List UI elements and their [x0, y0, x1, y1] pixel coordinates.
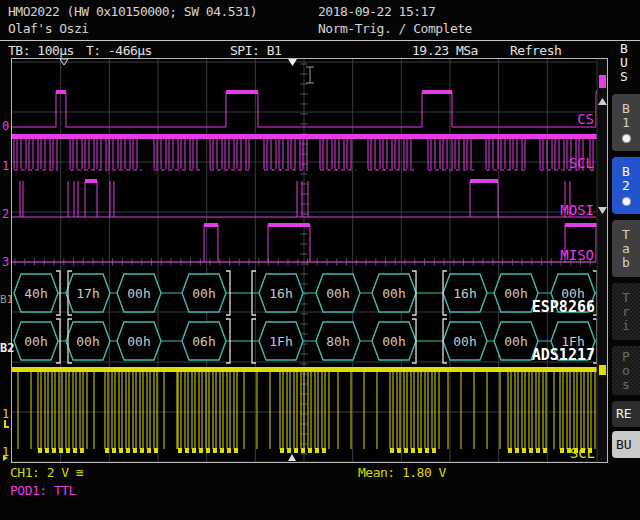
pod1-status: POD1: TTL	[10, 483, 76, 498]
svg-text:CS: CS	[577, 111, 594, 127]
softkey-tri[interactable]: T r i	[612, 283, 640, 340]
svg-text:17h: 17h	[76, 286, 99, 301]
softkey-b1[interactable]: B 1	[612, 94, 640, 151]
trigger-time-readout: T: -466µs	[86, 43, 152, 58]
svg-text:00h: 00h	[453, 334, 476, 349]
svg-text:1Fh: 1Fh	[269, 334, 292, 349]
svg-text:SCL: SCL	[570, 445, 595, 461]
svg-text:40h: 40h	[24, 286, 47, 301]
softkey-label: T a b	[622, 228, 630, 270]
svg-text:00h: 00h	[504, 334, 527, 349]
device-id: HMO2022 (HW 0x10150000; SW 04.531)	[8, 4, 257, 19]
svg-text:ESP8266: ESP8266	[532, 298, 595, 316]
device-name: Olaf's Oszi	[8, 21, 89, 36]
timebase-readout: TB: 100µs	[8, 43, 74, 58]
svg-text:00h: 00h	[127, 286, 150, 301]
acquisition-mode: Refresh	[510, 43, 561, 58]
softkey-pos[interactable]: P o s	[612, 346, 640, 395]
channel-marker-d0: 0	[2, 120, 9, 132]
ch1-position-arrow-icon	[3, 455, 8, 461]
svg-text:MISO: MISO	[560, 247, 594, 263]
ch1-status: CH1: 2 V ≅	[10, 465, 83, 480]
softkey-b2[interactable]: B 2	[612, 157, 640, 214]
svg-text:MOSI: MOSI	[560, 202, 594, 218]
softkey-re[interactable]: RE	[612, 401, 640, 427]
softkey-label: B 1	[622, 102, 630, 130]
channel-marker-d2: 2	[2, 208, 9, 220]
channel-marker-d3: 3	[2, 256, 9, 268]
svg-text:00h: 00h	[127, 334, 150, 349]
bus2-marker: B2	[0, 342, 14, 354]
softkey-label: P o s	[622, 350, 630, 392]
radio-indicator	[622, 197, 631, 206]
sample-rate-readout: 19.23 MSa	[412, 43, 478, 58]
waveform-canvas: 40h17h00h00h16h00h00h16h00h00hESP826600h…	[12, 59, 607, 462]
oscilloscope-screen: HMO2022 (HW 0x10150000; SW 04.531) Olaf'…	[0, 0, 640, 520]
svg-text:00h: 00h	[382, 286, 405, 301]
bus-mode-readout: SPI: B1	[230, 43, 281, 58]
softkey-label: T r i	[622, 291, 630, 333]
softmenu-title: B U S	[620, 42, 628, 84]
softkey-label: BU	[616, 438, 632, 452]
svg-text:06h: 06h	[192, 334, 215, 349]
trigger-status: Norm-Trig. / Complete	[318, 21, 472, 36]
svg-text:00h: 00h	[24, 334, 47, 349]
bus-softmenu: B U S B 1B 2T a bT r iP o sREBU	[612, 40, 640, 470]
datetime: 2018-09-22 15:17	[318, 4, 435, 19]
svg-text:00h: 00h	[504, 286, 527, 301]
trigger-level-marker: 1	[2, 408, 9, 420]
svg-text:00h: 00h	[192, 286, 215, 301]
svg-text:00h: 00h	[326, 286, 349, 301]
svg-text:SCL: SCL	[569, 155, 594, 171]
softkey-label: RE	[616, 407, 632, 421]
waveform-display: 40h17h00h00h16h00h00h16h00h00hESP826600h…	[11, 58, 608, 463]
softkey-bu[interactable]: BU	[612, 431, 640, 458]
radio-indicator	[622, 134, 631, 143]
svg-text:ADS1217: ADS1217	[532, 346, 595, 364]
header: HMO2022 (HW 0x10150000; SW 04.531) Olaf'…	[0, 0, 640, 40]
bottom-position-icon	[288, 454, 296, 461]
svg-text:00h: 00h	[382, 334, 405, 349]
svg-text:16h: 16h	[453, 286, 476, 301]
softkey-tab[interactable]: T a b	[612, 220, 640, 277]
svg-text:16h: 16h	[269, 286, 292, 301]
channel-marker-d1: 1	[2, 160, 9, 172]
mean-measurement: Mean: 1.80 V	[358, 465, 446, 480]
trigger-level-icon-foot	[4, 426, 9, 428]
softkey-label: B 2	[622, 165, 630, 193]
svg-text:00h: 00h	[76, 334, 99, 349]
header-divider	[0, 40, 640, 41]
bus1-marker: B1	[0, 294, 13, 306]
svg-text:80h: 80h	[326, 334, 349, 349]
